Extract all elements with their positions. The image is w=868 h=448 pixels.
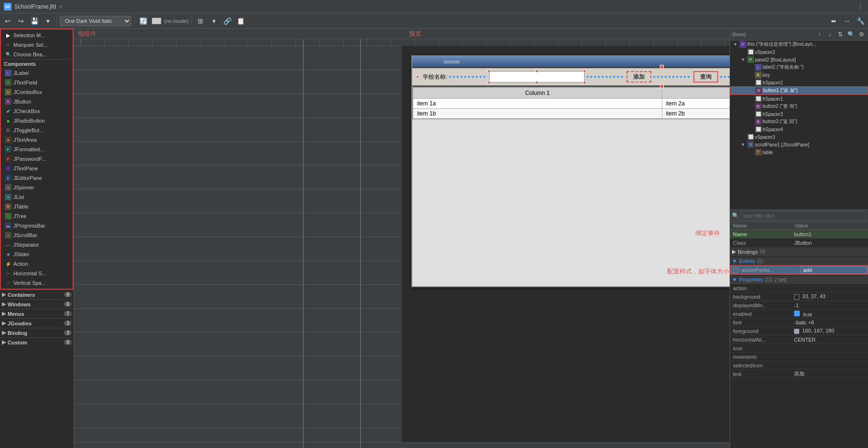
windows-section[interactable]: ▶ Windows 6 [0,299,73,309]
marquee-select-btn[interactable]: ⊹ Marquee Sel... [2,40,72,50]
toolbar-link-btn[interactable]: 🔗 [221,15,233,27]
frame-content-area[interactable]: JFormDesigner Swing GUI design made easy [412,119,730,286]
add-button[interactable]: 添加 [627,71,651,83]
tree-item-table[interactable]: T table [730,148,868,156]
canvas-area: ⋮⋮⋮⋮⋮⋮ oooooo − □ × [74,39,730,448]
comp-jlist[interactable]: ≡ JList [2,192,72,202]
tree-item-this[interactable]: ▼ F this ("学校信息管理") [BoxLayo... [730,41,868,48]
comp-jradiobutton[interactable]: ● JRadioButton [2,116,72,125]
props-col-headers: Name Value [730,222,868,230]
vspacer-label: Vertical Spa... [13,280,46,286]
menus-section[interactable]: ▶ Menus 7 [0,309,73,318]
toolbar-dropdown2-btn[interactable]: ▾ [208,15,220,27]
event-value: add [801,266,867,274]
tree-item-panel2[interactable]: ▼ P panel2 [BoxLayout] [730,56,868,63]
comp-jseparator[interactable]: — JSeparator [2,240,72,250]
containers-section[interactable]: ▶ Containers 9 [0,290,73,299]
tree-item-hspacer1[interactable]: ⬜ hSpacer1 [730,95,868,103]
toolbar-clipboard-btn[interactable]: 📋 [235,15,246,27]
toolbar-align-left-btn[interactable]: ⬌ [828,15,839,27]
properties-header[interactable]: ▼ Properties (13, 2 set) [730,276,868,284]
panel-row: 学校名称: [412,68,730,85]
comp-jcombobox[interactable]: C JComboBox [2,87,72,97]
tree-settings-btn[interactable]: ⚙ [857,30,866,39]
components-header[interactable]: Components [2,59,72,68]
comp-jtextfield[interactable]: T JTextField [2,78,72,87]
comp-jcheckbox[interactable]: ✔ JCheckBox [2,106,72,116]
tree-item-key[interactable]: K key [730,71,868,79]
jgoodies-section[interactable]: ▶ JGoodies 3 [0,318,73,328]
comp-jscrollbar[interactable]: ↕ JScrollBar [2,230,72,240]
canvas-scroll[interactable]: ⋮⋮⋮⋮⋮⋮ oooooo − □ × [402,46,730,442]
comp-jlabel[interactable]: L JLabel [2,68,72,78]
toolbar-grid-btn[interactable]: ⊞ [195,15,206,27]
prop-font-label: font [730,319,792,326]
close-tab-btn[interactable]: × [59,3,62,10]
toolbar-settings-btn[interactable]: 🔧 [855,15,866,27]
font-dropdown[interactable]: One Dark Vivid Italic [60,16,131,26]
toolbar-forward-btn[interactable]: ↪ [15,15,27,27]
choose-bean-btn[interactable]: 🔍 Choose Bea... [2,50,72,59]
event-row-actionperform[interactable]: actionPerfor... add [730,265,868,275]
props-filter-input[interactable] [740,211,866,220]
bindings-header[interactable]: ▶ Bindings (0) [730,248,868,256]
search-button[interactable]: 查询 [693,71,718,83]
tree-sort-asc-btn[interactable]: ↑ [815,30,824,39]
filename-tab[interactable]: SchoolFrame.jfd [14,3,56,10]
jpassword-icon: P [5,156,11,162]
tree-scroll[interactable]: ▼ F this ("学校信息管理") [BoxLayo... ⬜ vSpace… [730,41,868,156]
tree-hspacer4-icon: ⬜ [755,126,762,133]
custom-badge: 0 [64,340,72,345]
comp-jpassword[interactable]: P JPasswordF... [2,154,72,164]
tree-sort-desc-btn[interactable]: ↓ [825,30,835,39]
comp-vspacer[interactable]: ↕ Vertical Spa... [2,278,72,288]
comp-jtextpane[interactable]: T JTextPane [2,164,72,173]
scroll-pane[interactable]: Column 1 Column 2 item 1a item 2a [412,87,730,119]
toolbar-back-btn[interactable]: ↩ [2,15,13,27]
comp-jspinner[interactable]: S JSpinner [2,183,72,192]
binding-section[interactable]: ▶ Binding 3 [0,328,73,337]
events-header[interactable]: ▼ Events (1) [730,257,868,265]
tree-item-vspacer3[interactable]: ⬜ vSpacer3 [730,133,868,141]
comp-action[interactable]: ⚡ Action [2,259,72,269]
toolbar-align-center-btn[interactable]: ↔ [841,15,853,27]
comp-jtable[interactable]: ⊞ JTable [2,202,72,211]
comp-jeditorpane[interactable]: E JEditorPane [2,173,72,183]
tree-item-button3[interactable]: B button3 ("返 回") [730,118,868,125]
comp-jtextarea[interactable]: A JTextArea [2,135,72,145]
toolbar-save-dropdown-btn[interactable]: ▾ [42,15,53,27]
tree-sort-alpha-btn[interactable]: ⇅ [836,30,845,39]
tree-item-scrollpane[interactable]: ▼ S scrollPane1 [JScrollPane] [730,141,868,148]
selection-mode-btn[interactable]: ▶ Selection M... [2,31,72,40]
menu-dots-btn[interactable]: ⋮ [857,2,864,11]
comp-jbutton[interactable]: B JButton [2,97,72,106]
properties-label: Properties [739,277,763,282]
tree-expand-btn[interactable]: 🔍 [846,30,856,39]
wavy-left [449,76,487,78]
tree-item-button1[interactable]: B button1 ("添 加") [730,86,868,95]
comp-jformatted[interactable]: F JFormatted... [2,145,72,154]
comp-jtree[interactable]: 🌲 JTree [2,211,72,221]
canvas-hscrollbar[interactable] [74,442,730,448]
tree-item-button2[interactable]: B button2 ("查 询") [730,103,868,110]
windows-badge: 6 [64,302,72,307]
col-name-header: Name [733,223,795,229]
tree-item-label: panel2 [BoxLayout] [755,57,796,63]
comp-hspacer[interactable]: ↔ Horizontal S... [2,269,72,278]
comp-jprogressbar[interactable]: ▬ JProgressBar [2,221,72,230]
tree-item-label: key [763,73,770,78]
tree-item-vspacer2[interactable]: ⬜ vSpacer2 [730,48,868,56]
custom-section[interactable]: ▶ Custom 0 [0,337,73,347]
tree-item-label: button2 ("查 询") [763,103,797,110]
jtree-icon: 🌲 [5,213,11,219]
comp-jslider[interactable]: ◈ JSlider [2,250,72,259]
jframe-preview[interactable]: ⋮⋮⋮⋮⋮⋮ oooooo − □ × [411,55,730,287]
toolbar-save-btn[interactable]: 💾 [29,15,40,27]
tree-item-hspacer3[interactable]: ⬜ hSpacer3 [730,110,868,118]
prop-class-label: Class [730,240,792,246]
comp-jtoggle[interactable]: ⊡ JToggleBut... [2,125,72,135]
tree-item-hspacer2[interactable]: ⬜ hSpacer2 [730,79,868,86]
tree-item-label2[interactable]: L label2 ("学校名称:") [730,63,868,71]
tree-item-hspacer4[interactable]: ⬜ hSpacer4 [730,125,868,133]
toolbar-refresh-btn[interactable]: 🔄 [137,15,149,27]
